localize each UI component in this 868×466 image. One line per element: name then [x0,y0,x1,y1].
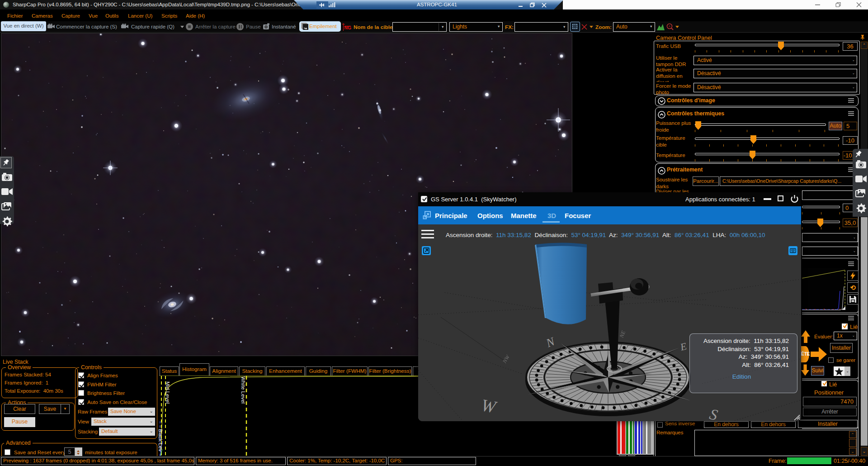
svg-text:NG: NG [344,25,352,30]
